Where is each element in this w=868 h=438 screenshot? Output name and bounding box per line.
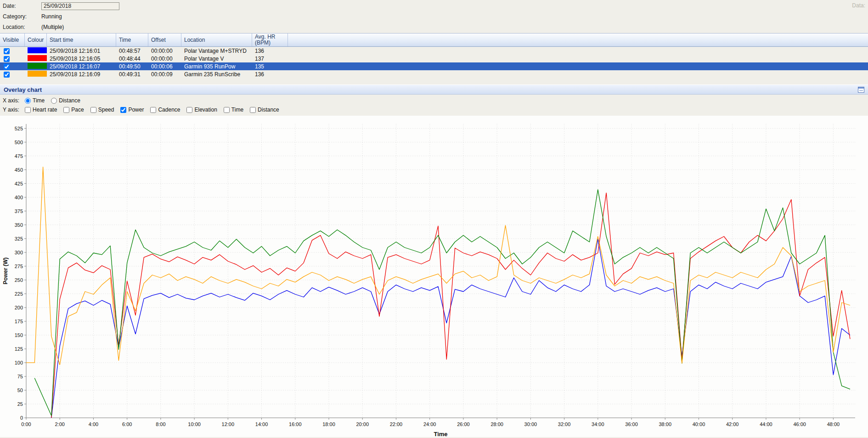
svg-text:24:00: 24:00 [423, 421, 436, 427]
xaxis-option-distance[interactable]: Distance [51, 97, 80, 104]
visibility-checkbox[interactable] [4, 48, 10, 54]
svg-text:200: 200 [15, 305, 23, 310]
y-axis-label: Y axis: [3, 107, 25, 113]
yaxis-option-pace[interactable]: Pace [63, 107, 84, 113]
table-row-selected[interactable]: 25/09/2018 12:16:07 00:49:50 00:00:06 Ga… [0, 62, 868, 70]
yaxis-option-elevation[interactable]: Elevation [186, 107, 217, 113]
row-location: Polar Vantage V [181, 56, 252, 62]
yaxis-checkbox-heart-rate[interactable] [25, 107, 31, 113]
row-offset: 00:00:00 [148, 56, 181, 62]
svg-text:16:00: 16:00 [289, 421, 302, 427]
svg-text:40:00: 40:00 [693, 421, 705, 427]
header-cell-colour[interactable]: Colour [25, 34, 47, 46]
svg-text:26:00: 26:00 [457, 421, 470, 427]
yaxis-label-pace: Pace [71, 107, 84, 113]
yaxis-option-heart-rate[interactable]: Heart rate [25, 107, 57, 113]
category-row: Category: Running [3, 12, 62, 21]
svg-text:500: 500 [15, 140, 23, 145]
svg-text:275: 275 [15, 264, 23, 269]
yaxis-checkbox-cadence[interactable] [150, 107, 156, 113]
visibility-checkbox[interactable] [4, 72, 10, 78]
header-cell-avg-hr[interactable]: Avg. HR (BPM) [252, 34, 288, 46]
header-cell-offset[interactable]: Offset [148, 34, 181, 46]
category-value: Running [41, 13, 62, 20]
comparison-table-header: Visible Colour Start time Time Offset Lo… [0, 33, 868, 47]
yaxis-option-power[interactable]: Power [120, 107, 144, 113]
colour-swatch [28, 63, 47, 69]
app-window: Date: Data: Category: Running Location: … [0, 0, 868, 438]
row-time: 00:48:57 [116, 48, 148, 54]
yaxis-checkbox-pace[interactable] [63, 107, 69, 113]
svg-text:125: 125 [15, 346, 23, 352]
row-time: 00:49:50 [116, 63, 148, 70]
svg-text:425: 425 [15, 181, 23, 186]
svg-text:28:00: 28:00 [490, 421, 503, 427]
date-input[interactable] [41, 2, 119, 10]
svg-text:32:00: 32:00 [558, 421, 571, 427]
yaxis-checkbox-speed[interactable] [90, 107, 96, 113]
yaxis-checkbox-power[interactable] [120, 107, 126, 113]
visibility-checkbox[interactable] [4, 56, 10, 62]
yaxis-label-heart-rate: Heart rate [33, 107, 57, 113]
header-cell-location[interactable]: Location [181, 34, 252, 46]
svg-text:18:00: 18:00 [322, 421, 335, 427]
yaxis-checkbox-time[interactable] [224, 107, 230, 113]
yaxis-label-elevation: Elevation [194, 107, 217, 113]
row-time: 00:48:44 [116, 56, 148, 62]
power-chart-svg[interactable]: 0255075100125150175200225250275300325350… [0, 116, 868, 437]
xaxis-radio-distance-label: Distance [59, 97, 80, 104]
row-avg-hr: 135 [252, 63, 288, 70]
y-axis-controls: Y axis: Heart rate Pace Speed Power Cade… [3, 106, 286, 114]
svg-text:46:00: 46:00 [793, 421, 806, 427]
svg-text:400: 400 [15, 195, 23, 200]
yaxis-checkbox-distance[interactable] [250, 107, 256, 113]
row-offset: 00:00:09 [148, 71, 181, 78]
row-location: Polar Vantage M+STRYD [181, 48, 252, 54]
row-offset: 00:00:06 [148, 63, 181, 70]
yaxis-option-distance[interactable]: Distance [250, 107, 279, 113]
row-offset: 00:00:00 [148, 48, 181, 54]
xaxis-radio-distance[interactable] [51, 98, 57, 104]
yaxis-label-power: Power [128, 107, 144, 113]
header-cell-visible[interactable]: Visible [0, 34, 25, 46]
row-time: 00:49:31 [116, 71, 148, 78]
row-start-time: 25/09/2018 12:16:09 [47, 71, 116, 78]
svg-text:0:00: 0:00 [21, 421, 31, 427]
svg-text:34:00: 34:00 [592, 421, 604, 427]
xaxis-option-time[interactable]: Time [25, 97, 45, 104]
table-row[interactable]: 25/09/2018 12:16:01 00:48:57 00:00:00 Po… [0, 47, 868, 55]
comparison-table: 25/09/2018 12:16:01 00:48:57 00:00:00 Po… [0, 47, 868, 78]
svg-text:450: 450 [15, 167, 23, 173]
svg-text:175: 175 [15, 319, 23, 324]
visibility-checkbox[interactable] [4, 64, 10, 70]
svg-text:0: 0 [20, 415, 23, 421]
svg-text:Power (W): Power (W) [2, 258, 9, 285]
yaxis-label-distance: Distance [258, 107, 279, 113]
yaxis-option-time[interactable]: Time [224, 107, 243, 113]
data-label: Data: [852, 2, 865, 9]
yaxis-checkbox-elevation[interactable] [186, 107, 192, 113]
location-row: Location: (Multiple) [3, 23, 64, 31]
xaxis-radio-time-label: Time [33, 97, 45, 104]
yaxis-option-cadence[interactable]: Cadence [150, 107, 180, 113]
power-chart-area[interactable]: 0255075100125150175200225250275300325350… [0, 116, 868, 437]
x-axis-label: X axis: [3, 97, 25, 104]
header-cell-time[interactable]: Time [116, 34, 148, 46]
table-row[interactable]: 25/09/2018 12:16:09 00:49:31 00:00:09 Ga… [0, 70, 868, 78]
row-start-time: 25/09/2018 12:16:05 [47, 56, 116, 62]
table-row[interactable]: 25/09/2018 12:16:05 00:48:44 00:00:00 Po… [0, 55, 868, 62]
colour-swatch [28, 71, 47, 77]
header-cell-start-time[interactable]: Start time [47, 34, 116, 46]
svg-text:14:00: 14:00 [255, 421, 268, 427]
xaxis-radio-time[interactable] [25, 98, 31, 104]
colour-swatch [28, 55, 47, 61]
svg-text:100: 100 [15, 360, 23, 365]
yaxis-option-speed[interactable]: Speed [90, 107, 114, 113]
svg-text:225: 225 [15, 291, 23, 297]
collapse-chart-icon[interactable] [858, 87, 864, 93]
date-row: Date: [3, 2, 119, 10]
svg-text:42:00: 42:00 [726, 421, 739, 427]
location-value: (Multiple) [41, 24, 64, 30]
row-avg-hr: 137 [252, 56, 288, 62]
svg-text:50: 50 [17, 387, 23, 393]
